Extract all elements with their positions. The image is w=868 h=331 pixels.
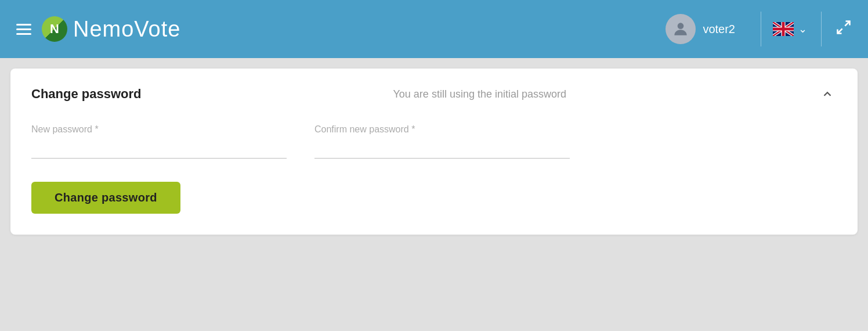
collapse-button[interactable] (818, 85, 837, 103)
new-password-label: New password * (31, 124, 287, 135)
header-divider-2 (821, 12, 822, 46)
app-header: N NemoVote voter2 (0, 0, 868, 58)
svg-rect-9 (773, 28, 794, 31)
logo-area: N NemoVote (42, 16, 666, 42)
language-selector[interactable]: ⌄ (773, 22, 809, 36)
header-right: voter2 ⌄ (666, 12, 852, 46)
card-header: Change password You are still using the … (31, 85, 837, 103)
lang-chevron-icon: ⌄ (798, 23, 807, 35)
header-divider-1 (761, 12, 761, 46)
change-password-card: Change password You are still using the … (10, 69, 858, 235)
change-password-button[interactable]: Change password (31, 182, 180, 214)
card-subtitle: You are still using the initial password (141, 88, 818, 100)
flag-icon (773, 22, 794, 36)
fullscreen-button[interactable] (836, 19, 852, 39)
logo-text: NemoVote (73, 17, 180, 42)
main-content: Change password You are still using the … (0, 58, 868, 245)
user-area: voter2 (666, 14, 749, 44)
new-password-input[interactable] (31, 139, 287, 159)
confirm-password-label: Confirm new password * (314, 124, 570, 135)
new-password-group: New password * (31, 124, 287, 159)
confirm-password-group: Confirm new password * (314, 124, 570, 159)
confirm-password-input[interactable] (314, 139, 570, 159)
avatar (666, 14, 696, 44)
password-fields-row: New password * Confirm new password * (31, 124, 837, 159)
hamburger-menu[interactable] (16, 24, 31, 35)
username-label: voter2 (703, 23, 735, 36)
card-title: Change password (31, 87, 141, 102)
svg-point-0 (678, 23, 684, 29)
logo-icon: N (42, 16, 67, 42)
